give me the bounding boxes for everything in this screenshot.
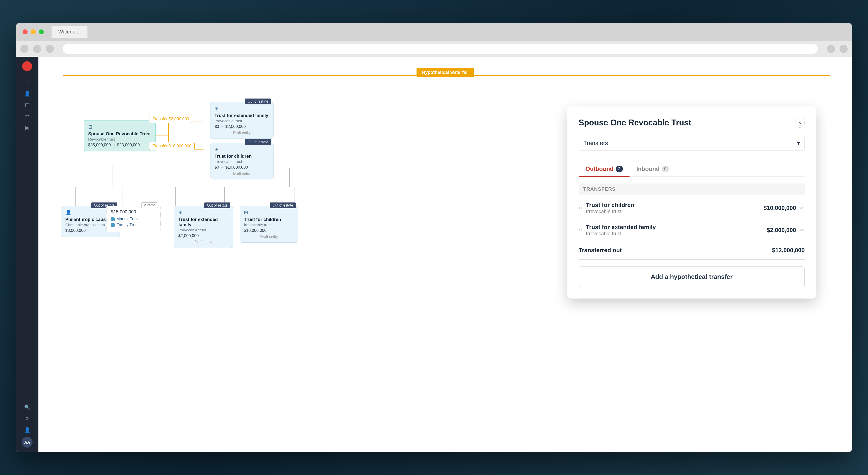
trust-extended-top-title: Trust for extended family — [215, 113, 269, 118]
browser-tab[interactable]: Waterfal... — [52, 26, 88, 38]
extensions-button[interactable] — [827, 45, 835, 53]
browser-titlebar: Waterfal... — [16, 23, 852, 41]
browser-toolbar — [16, 41, 852, 57]
transfer-name-1: Trust for children — [586, 201, 760, 209]
edit-icon-2[interactable]: ✏ — [800, 227, 805, 234]
panel-title: Spouse One Revocable Trust — [579, 118, 691, 127]
outbound-badge: 2 — [616, 166, 623, 172]
trust-extended-bottom-draft: Draft entity — [178, 240, 228, 244]
trust-extended-top-draft: Draft entity — [215, 131, 269, 135]
transfer-type-1: Irrevocable trust — [586, 209, 760, 215]
waterfall-badge: Hypothetical waterfall — [416, 68, 474, 77]
trust-children-top-value: $0 → $10,000,000 — [215, 165, 269, 170]
transfer-label-1: Transfer $2,000,000 — [149, 115, 192, 123]
minimize-dot[interactable] — [31, 29, 36, 34]
multi-item-box: 2 items $15,000,000 Marital Trust Family… — [106, 206, 160, 232]
transfer-info-2: Trust for extended family Irrevocable tr… — [586, 224, 763, 236]
trust-extended-bottom-value: $2,000,000 — [178, 233, 228, 238]
transfer-amount-2: $2,000,000 — [767, 227, 796, 234]
trust-extended-bottom-subtitle: Irrevocable trust — [178, 228, 228, 232]
transfer-row-1: ⠿ Trust for children Irrevocable trust $… — [579, 197, 805, 219]
sidebar-icon-docs[interactable]: ▣ — [23, 123, 32, 132]
total-label: Transferred out — [579, 247, 622, 254]
transfer-name-2: Trust for extended family — [586, 224, 763, 231]
trust-children-bottom-draft: Draft entity — [244, 235, 294, 239]
multi-item-value: $15,000,000 — [111, 209, 156, 215]
panel-divider-1 — [579, 156, 805, 156]
panel-header: Spouse One Revocable Trust × — [579, 118, 805, 128]
spouse-trust-node[interactable]: ⊞ Spouse One Revocable Trust Revocable t… — [84, 120, 156, 151]
transfer-info-1: Trust for children Irrevocable trust — [586, 201, 760, 215]
trust-extended-top-node[interactable]: Out of estate ⊞ Trust for extended famil… — [210, 102, 274, 139]
multi-item-entry-1: Marital Trust — [111, 217, 156, 221]
drag-handle-1[interactable]: ⠿ — [579, 205, 582, 211]
trust-extended-bottom-node[interactable]: Out of estate ⊞ Trust for extended famil… — [174, 206, 233, 248]
sidebar-avatar[interactable]: AA — [22, 437, 33, 448]
trust-children-bottom-subtitle: Irrevocable trust — [244, 223, 294, 227]
refresh-button[interactable] — [46, 45, 54, 53]
drag-handle-2[interactable]: ⠿ — [579, 227, 582, 233]
transfer-amount-1: $10,000,000 — [763, 204, 796, 212]
browser-window: Waterfal... ⌂ 👤 ◫ ⇄ ▣ 🔍 ⚙ 👤 AA — [16, 23, 852, 452]
sidebar-icon-person[interactable]: 👤 — [23, 89, 32, 98]
browser-content: ⌂ 👤 ◫ ⇄ ▣ 🔍 ⚙ 👤 AA Hypothetical waterfal… — [16, 57, 852, 452]
trust-children-top-node[interactable]: Out of estate ⊞ Trust for children Irrev… — [210, 142, 274, 180]
sidebar-icon-settings[interactable]: ⚙ — [23, 414, 32, 423]
spouse-trust-value: $35,000,000 → $23,000,000 — [88, 142, 151, 147]
add-transfer-button[interactable]: Add a hypothetical transfer — [579, 266, 805, 287]
trust-children-bottom-title: Trust for children — [244, 217, 294, 222]
total-row: Transferred out $12,000,000 — [579, 241, 805, 260]
panel-close-button[interactable]: × — [795, 118, 805, 128]
menu-button[interactable] — [839, 45, 848, 53]
tabs-container: Outbound 2 Inbound 0 — [579, 162, 805, 177]
inbound-badge: 0 — [662, 166, 669, 172]
trust-extended-top-badge: Out of estate — [245, 98, 271, 104]
trust-extended-bottom-title: Trust for extended family — [178, 217, 228, 227]
multi-item-badge: 2 items — [141, 202, 158, 208]
panel-dropdown-label: Transfers — [583, 140, 608, 147]
spouse-trust-title: Spouse One Revocable Trust — [88, 131, 151, 136]
trust-extended-top-value: $0 → $2,000,000 — [215, 124, 269, 129]
trust-extended-top-subtitle: Irrevocable trust — [215, 119, 269, 123]
chevron-down-icon: ▾ — [797, 140, 800, 147]
trust-children-top-title: Trust for children — [215, 154, 269, 159]
trust-children-bottom-node[interactable]: Out of estate ⊞ Trust for children Irrev… — [240, 206, 298, 243]
sidebar-icon-grid[interactable]: ◫ — [23, 101, 32, 109]
transfers-section-label: Transfers — [579, 184, 805, 195]
tab-outbound[interactable]: Outbound 2 — [579, 162, 629, 177]
trust-children-top-badge: Out of estate — [245, 139, 271, 145]
trust-children-bottom-badge: Out of estate — [270, 202, 296, 208]
sidebar-icon-home[interactable]: ⌂ — [23, 78, 32, 87]
main-content: Hypothetical waterfall — [38, 57, 852, 452]
sidebar-logo[interactable] — [22, 61, 32, 71]
forward-button[interactable] — [33, 45, 41, 53]
transfer-type-2: Irrevocable trust — [586, 231, 763, 236]
tab-inbound[interactable]: Inbound 0 — [629, 162, 676, 176]
side-panel: Spouse One Revocable Trust × Transfers ▾… — [567, 106, 816, 298]
trust-children-top-subtitle: Irrevocable trust — [215, 160, 269, 164]
transfer-row-2: ⠿ Trust for extended family Irrevocable … — [579, 219, 805, 241]
transfer-label-2: Transfer $10,000,000 — [149, 142, 195, 150]
url-bar[interactable] — [63, 44, 818, 54]
trust-children-bottom-value: $10,000,000 — [244, 228, 294, 233]
sidebar-icon-profile[interactable]: 👤 — [23, 425, 32, 435]
edit-icon-1[interactable]: ✏ — [800, 204, 805, 212]
sidebar: ⌂ 👤 ◫ ⇄ ▣ 🔍 ⚙ 👤 AA — [16, 57, 38, 452]
back-button[interactable] — [20, 45, 29, 53]
trust-extended-bottom-badge: Out of estate — [204, 202, 230, 208]
spouse-trust-subtitle: Revocable trust — [88, 137, 151, 142]
close-dot[interactable] — [23, 29, 28, 34]
total-amount: $12,000,000 — [772, 247, 805, 254]
multi-item-entry-2: Family Trust — [111, 223, 156, 227]
trust-children-top-icon: ⊞ — [215, 147, 269, 152]
sidebar-icon-search[interactable]: 🔍 — [23, 403, 32, 412]
trust-extended-bottom-icon: ⊞ — [178, 210, 228, 216]
maximize-dot[interactable] — [39, 29, 44, 34]
trust-children-bottom-icon: ⊞ — [244, 210, 294, 216]
sidebar-icon-transfer[interactable]: ⇄ — [23, 112, 32, 121]
spouse-trust-icon: ⊞ — [88, 124, 151, 130]
panel-dropdown[interactable]: Transfers ▾ — [579, 136, 805, 151]
trust-children-top-draft: Draft entity — [215, 171, 269, 176]
trust-extended-top-icon: ⊞ — [215, 106, 269, 112]
